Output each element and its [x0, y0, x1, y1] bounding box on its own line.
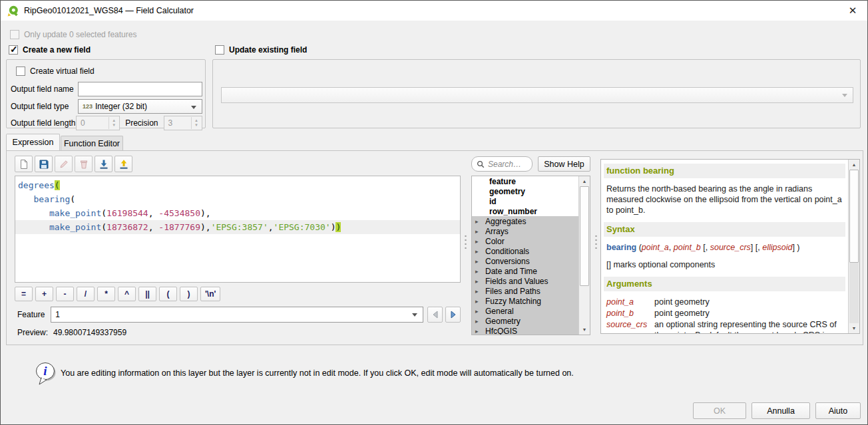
- operator-button-=[interactable]: =: [15, 287, 33, 301]
- function-group-arrays[interactable]: ▸Arrays: [472, 226, 578, 236]
- operator-button--[interactable]: -: [56, 287, 74, 301]
- expand-caret-icon[interactable]: ▸: [475, 318, 485, 325]
- function-group-hfcqgis[interactable]: ▸HfcQGIS: [472, 326, 578, 335]
- function-list[interactable]: featuregeometryidrow_number▸Aggregates▸A…: [471, 176, 590, 335]
- function-group-fields-and-values[interactable]: ▸Fields and Values: [472, 276, 578, 286]
- function-variable-row_number[interactable]: row_number: [472, 206, 578, 216]
- scroll-up-icon[interactable]: ▲: [579, 176, 590, 186]
- group-label: Color: [485, 237, 505, 246]
- export-expression-button[interactable]: [114, 156, 132, 172]
- import-expression-button[interactable]: [95, 156, 112, 172]
- argument-name: point_a: [606, 297, 654, 307]
- group-label: Conversions: [485, 257, 530, 266]
- expand-caret-icon[interactable]: ▸: [475, 218, 485, 225]
- function-group-files-and-paths[interactable]: ▸Files and Paths: [472, 286, 578, 296]
- function-variable-feature[interactable]: feature: [472, 176, 578, 186]
- expression-code-line: make_point(18736872, -1877769),'EPSG:385…: [15, 220, 460, 234]
- function-help-panel: function bearing Returns the north-based…: [600, 159, 860, 334]
- operator-button-^[interactable]: ^: [118, 287, 136, 301]
- feature-row: Feature 1: [17, 307, 461, 323]
- expand-caret-icon[interactable]: ▸: [475, 258, 485, 265]
- next-icon: [449, 310, 458, 319]
- function-group-date-and-time[interactable]: ▸Date and Time: [472, 266, 578, 276]
- save-expression-button[interactable]: [35, 156, 53, 172]
- close-icon[interactable]: ✕: [842, 2, 863, 19]
- output-field-type-combo[interactable]: 123 Integer (32 bit): [78, 99, 202, 114]
- scroll-up-icon[interactable]: ▲: [849, 160, 859, 170]
- show-help-label: Show Help: [544, 160, 584, 169]
- operator-button-*[interactable]: *: [97, 287, 115, 301]
- create-virtual-field-checkbox[interactable]: Create virtual field: [16, 67, 95, 76]
- function-group-fuzzy-matching[interactable]: ▸Fuzzy Matching: [472, 296, 578, 306]
- function-group-aggregates[interactable]: ▸Aggregates: [472, 216, 578, 226]
- output-field-type-value: Integer (32 bit): [95, 102, 147, 111]
- output-field-length-spinner[interactable]: 0 ▲▼: [76, 116, 120, 130]
- function-group-conditionals[interactable]: ▸Conditionals: [472, 246, 578, 256]
- operator-button-)[interactable]: ): [180, 287, 198, 301]
- output-field-name-input[interactable]: [78, 82, 202, 96]
- group-label: Conditionals: [485, 247, 529, 256]
- expand-caret-icon[interactable]: ▸: [475, 288, 485, 295]
- tab-label: Function Editor: [64, 139, 120, 148]
- previous-feature-button[interactable]: [427, 307, 443, 323]
- function-variable-id[interactable]: id: [472, 196, 578, 206]
- show-help-button[interactable]: Show Help: [538, 156, 590, 172]
- function-variable-geometry[interactable]: geometry: [472, 186, 578, 196]
- scroll-down-icon[interactable]: ▼: [849, 323, 859, 333]
- expand-caret-icon[interactable]: ▸: [475, 248, 485, 255]
- export-expression-icon: [118, 159, 129, 170]
- expand-caret-icon[interactable]: ▸: [475, 228, 485, 235]
- function-search[interactable]: Search…: [471, 156, 533, 172]
- operator-button-/[interactable]: /: [77, 287, 95, 301]
- integer-type-icon: 123: [83, 103, 93, 110]
- splitter-handle[interactable]: [594, 234, 598, 251]
- expand-caret-icon[interactable]: ▸: [475, 328, 485, 335]
- operator-button-+[interactable]: +: [35, 287, 53, 301]
- expand-caret-icon[interactable]: ▸: [475, 278, 485, 285]
- annulla-button[interactable]: Annulla: [752, 402, 810, 419]
- chevron-down-icon: [842, 94, 847, 97]
- function-group-geometry[interactable]: ▸Geometry: [472, 316, 578, 326]
- expression-code-line: bearing(: [15, 192, 460, 206]
- feature-combo[interactable]: 1: [51, 307, 423, 323]
- function-group-conversions[interactable]: ▸Conversions: [472, 256, 578, 266]
- splitter-handle[interactable]: [464, 234, 467, 251]
- tab-function-editor[interactable]: Function Editor: [61, 136, 123, 150]
- update-existing-field-checkbox[interactable]: Update existing field: [215, 45, 307, 55]
- expression-editor[interactable]: degrees( bearing( make_point(16198544, -…: [15, 176, 461, 283]
- edit-expression-button: [55, 156, 73, 172]
- function-list-scrollbar[interactable]: ▲ ▼: [578, 176, 590, 335]
- expand-caret-icon[interactable]: ▸: [475, 238, 485, 245]
- expression-code-line: make_point(16198544, -4534850),: [15, 206, 460, 220]
- help-title: function bearing: [604, 164, 845, 178]
- create-new-field-checkbox[interactable]: Create a new field: [9, 45, 91, 55]
- operator-button-||[interactable]: ||: [138, 287, 156, 301]
- next-feature-button[interactable]: [445, 307, 461, 323]
- scrollbar-thumb[interactable]: [580, 186, 589, 286]
- new-expression-button[interactable]: [15, 156, 33, 172]
- delete-expression-icon: [79, 159, 89, 170]
- expression-tab-pane: degrees( bearing( make_point(16198544, -…: [6, 150, 863, 345]
- window-title: RipGeo01012021_WGS84 — Field Calculator: [24, 6, 194, 15]
- aiuto-button[interactable]: Aiuto: [815, 402, 861, 419]
- scrollbar-thumb[interactable]: [849, 170, 859, 263]
- operator-button-([interactable]: (: [159, 287, 177, 301]
- help-scrollbar[interactable]: ▲ ▼: [848, 160, 859, 333]
- only-update-label: Only update 0 selected features: [24, 30, 136, 39]
- only-update-checkbox[interactable]: Only update 0 selected features: [10, 30, 136, 39]
- expand-caret-icon[interactable]: ▸: [475, 308, 485, 315]
- search-icon: [477, 160, 485, 168]
- ok-button: OK: [693, 402, 746, 419]
- scroll-down-icon[interactable]: ▼: [579, 325, 590, 335]
- operator-button-'\n'[interactable]: '\n': [200, 287, 220, 301]
- precision-spinner[interactable]: 3 ▲▼: [164, 116, 202, 130]
- expand-caret-icon[interactable]: ▸: [475, 298, 485, 305]
- function-group-general[interactable]: ▸General: [472, 306, 578, 316]
- delete-expression-button: [75, 156, 93, 172]
- tab-expression[interactable]: Expression: [6, 134, 60, 150]
- function-group-color[interactable]: ▸Color: [472, 236, 578, 246]
- expand-caret-icon[interactable]: ▸: [475, 268, 485, 275]
- syntax-line: bearing (point_a, point_b [, source_crs]…: [606, 242, 843, 253]
- scrollbar-track[interactable]: [849, 263, 859, 323]
- group-label: Fuzzy Matching: [485, 297, 541, 306]
